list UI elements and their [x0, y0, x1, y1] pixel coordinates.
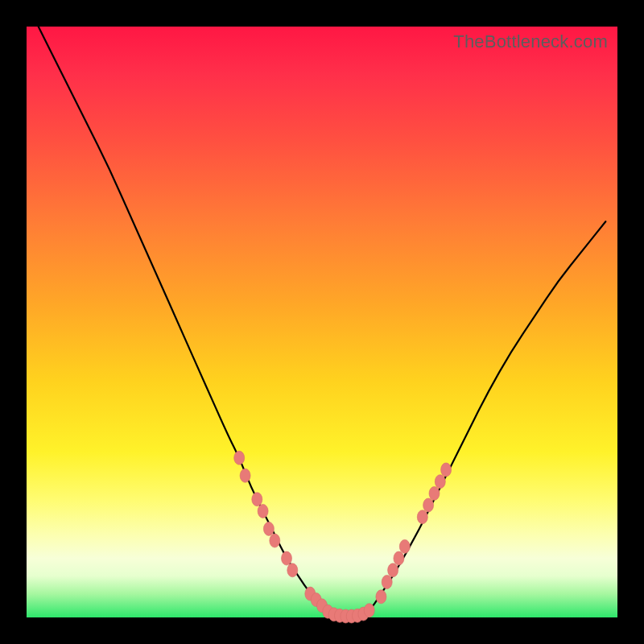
highlight-point	[287, 564, 298, 577]
highlight-point	[429, 486, 440, 500]
highlight-point	[240, 469, 250, 482]
highlight-point	[423, 498, 434, 512]
highlight-point	[263, 522, 274, 535]
chart-overlay	[27, 27, 617, 617]
highlight-point	[435, 475, 445, 489]
highlight-point	[282, 551, 292, 565]
bottleneck-curve	[39, 27, 606, 617]
plot-area: TheBottleneck.com	[27, 27, 617, 617]
highlight-point	[376, 590, 386, 604]
highlight-point	[258, 504, 268, 518]
highlighted-points-group	[234, 451, 452, 623]
highlight-point	[388, 564, 398, 577]
highlight-point	[441, 463, 452, 477]
highlight-point	[364, 604, 374, 617]
chart-frame: TheBottleneck.com	[0, 0, 644, 644]
highlight-point	[270, 534, 280, 547]
highlight-point	[417, 510, 427, 524]
highlight-point	[394, 551, 404, 565]
highlight-point	[234, 451, 245, 464]
highlight-point	[252, 493, 262, 506]
highlight-point	[399, 539, 410, 553]
highlight-point	[382, 576, 392, 589]
